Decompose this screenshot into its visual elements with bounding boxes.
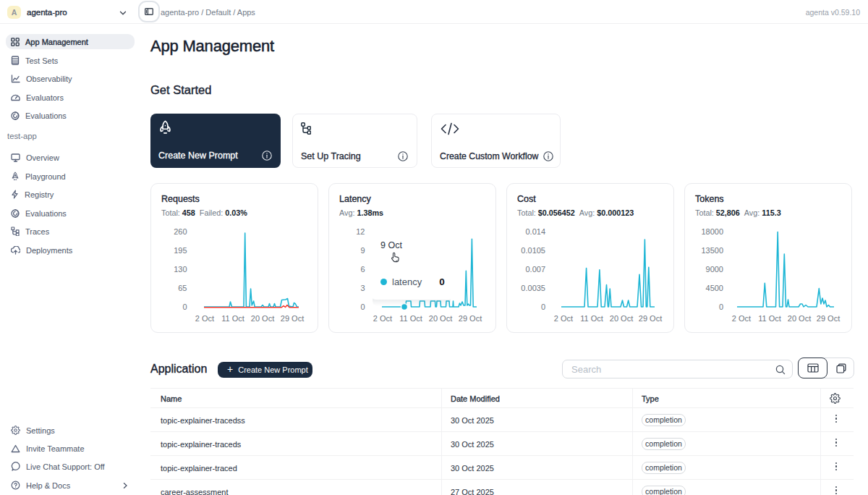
svg-text:20 Oct: 20 Oct	[429, 314, 452, 323]
svg-text:0.014: 0.014	[525, 227, 545, 236]
svg-text:11 Oct: 11 Oct	[758, 314, 781, 323]
svg-text:29 Oct: 29 Oct	[459, 314, 482, 323]
svg-text:0: 0	[360, 302, 365, 311]
svg-text:2 Oct: 2 Oct	[554, 314, 573, 323]
svg-text:20 Oct: 20 Oct	[251, 314, 274, 323]
svg-text:9000: 9000	[706, 265, 723, 274]
svg-text:2 Oct: 2 Oct	[195, 314, 214, 323]
svg-text:2 Oct: 2 Oct	[732, 314, 751, 323]
svg-text:6: 6	[360, 265, 365, 274]
svg-text:29 Oct: 29 Oct	[639, 314, 662, 323]
svg-text:0.0035: 0.0035	[521, 284, 545, 292]
svg-text:0.0105: 0.0105	[521, 246, 545, 255]
svg-text:20 Oct: 20 Oct	[610, 314, 633, 323]
svg-text:12: 12	[356, 227, 365, 236]
svg-text:2 Oct: 2 Oct	[373, 314, 392, 323]
svg-text:0: 0	[182, 302, 187, 311]
svg-text:29 Oct: 29 Oct	[817, 314, 840, 323]
svg-text:29 Oct: 29 Oct	[281, 314, 304, 323]
svg-text:4500: 4500	[706, 284, 723, 292]
svg-text:0: 0	[719, 302, 723, 311]
svg-text:11 Oct: 11 Oct	[580, 314, 603, 323]
svg-text:11 Oct: 11 Oct	[399, 314, 422, 323]
svg-text:3: 3	[360, 284, 365, 292]
svg-text:130: 130	[174, 265, 187, 274]
svg-text:18000: 18000	[701, 227, 723, 236]
svg-text:11 Oct: 11 Oct	[221, 314, 244, 323]
svg-text:0.007: 0.007	[525, 265, 545, 274]
svg-text:65: 65	[178, 284, 187, 292]
svg-text:20 Oct: 20 Oct	[788, 314, 811, 323]
svg-text:13500: 13500	[701, 246, 723, 255]
svg-text:0: 0	[541, 302, 545, 311]
svg-text:195: 195	[174, 246, 187, 255]
svg-text:260: 260	[174, 227, 187, 236]
svg-text:9: 9	[360, 246, 365, 255]
